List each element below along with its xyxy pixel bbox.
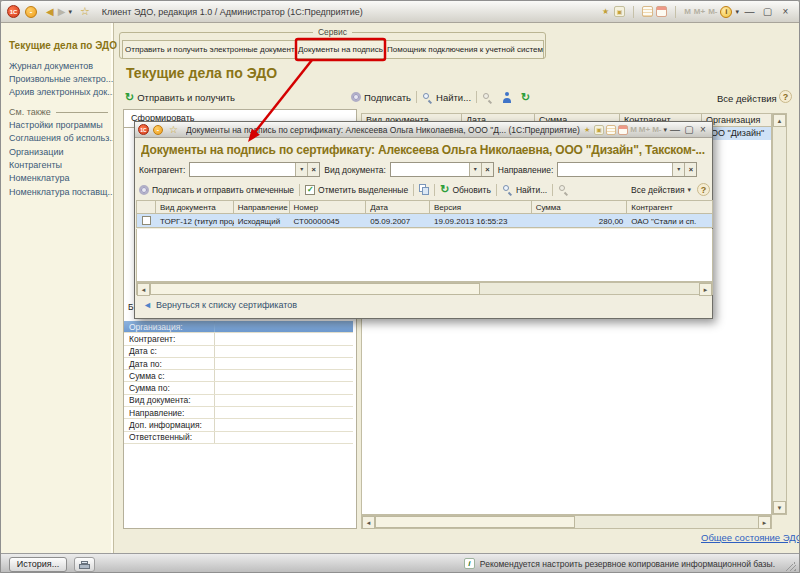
sidebar-item-counterparties[interactable]: Контрагенты	[9, 160, 113, 170]
service-caret-icon[interactable]: ▾	[735, 8, 739, 16]
filter-row[interactable]: Вид документа:	[124, 395, 353, 407]
sidebar-item-arbitrary-docs[interactable]: Произвольные электро...	[9, 74, 113, 84]
find-button[interactable]: Найти...	[422, 92, 471, 103]
refresh-list-icon[interactable]: ↻	[521, 92, 530, 103]
tab-documents-to-sign[interactable]: Документы на подпись	[295, 40, 385, 59]
row-checkbox[interactable]	[142, 216, 151, 225]
sidebar-item-agreements[interactable]: Соглашения об использ...	[9, 133, 113, 143]
clear-icon[interactable]: ×	[684, 163, 696, 176]
filter-row[interactable]: Ответственный:	[124, 432, 353, 444]
memory-mplus-label: M+	[694, 7, 705, 16]
copy-icon[interactable]	[419, 184, 429, 195]
column-header[interactable]: Версия	[430, 201, 532, 213]
vertical-scrollbar[interactable]: ▲ ▼	[772, 113, 787, 515]
favorites-add-icon[interactable]: ★	[582, 125, 592, 135]
dialog-caret-icon[interactable]: ▾	[663, 126, 667, 134]
filter-row[interactable]: Дата с:	[124, 346, 353, 358]
back-icon[interactable]: ◀	[46, 6, 54, 17]
resize-grip[interactable]	[786, 561, 796, 571]
scroll-down-icon[interactable]: ▼	[773, 501, 786, 514]
print-button[interactable]	[74, 557, 95, 572]
favorites-star-icon[interactable]: ☆	[80, 5, 90, 18]
dropdown-icon[interactable]: ▾	[295, 163, 307, 176]
sidebar-item-nomenclature[interactable]: Номенклатура	[9, 173, 113, 183]
sign-send-button[interactable]: Подписать и отправить отмеченные	[139, 185, 294, 195]
dialog-table-body[interactable]	[136, 229, 713, 282]
back-to-certificates-link[interactable]: ◄ Вернуться к списку сертификатов	[143, 300, 297, 310]
direction-combo[interactable]: ▾ ×	[557, 162, 697, 177]
counterparty-combo[interactable]: ▾ ×	[189, 162, 320, 177]
doc-type-combo[interactable]: ▾ ×	[390, 162, 494, 177]
calculator-icon[interactable]	[606, 125, 616, 135]
mark-selected-button[interactable]: Отметить выделенные	[305, 185, 408, 195]
history-caret-icon[interactable]: ▾	[68, 8, 72, 16]
close-button[interactable]: ×	[778, 6, 793, 17]
responsible-person-icon[interactable]	[502, 92, 511, 103]
clear-icon[interactable]: ×	[481, 163, 493, 176]
calendar-icon[interactable]	[618, 125, 628, 135]
column-header[interactable]: Направление	[234, 201, 290, 213]
open-window-icon[interactable]: ▣	[594, 125, 604, 135]
filter-row[interactable]: Контрагент:	[124, 333, 353, 345]
send-receive-button[interactable]: ↻ Отправить и получить	[125, 92, 235, 103]
maximize-button[interactable]: ▢	[760, 6, 775, 17]
sidebar-item-settings[interactable]: Настройки программы	[9, 120, 113, 130]
document-row[interactable]: ТОРГ-12 (титул прод... Исходящий СТ00000…	[136, 214, 713, 228]
edo-status-link[interactable]: Общее состояние ЭДО	[701, 532, 800, 543]
history-button[interactable]: История...	[9, 557, 67, 572]
horizontal-scrollbar[interactable]: ◄ ►	[361, 515, 772, 529]
refresh-button[interactable]: ↻Обновить	[440, 184, 491, 195]
column-header[interactable]: Вид документа	[156, 201, 234, 213]
main-menu-icon[interactable]: -	[25, 6, 37, 18]
scroll-left-icon[interactable]: ◄	[137, 283, 150, 296]
filter-row[interactable]: Сумма с:	[124, 370, 353, 382]
tab-send-receive[interactable]: Отправить и получить электронные докумен…	[122, 40, 296, 59]
dropdown-icon[interactable]: ▾	[672, 163, 684, 176]
column-header[interactable]: Дата	[366, 201, 430, 213]
filter-row[interactable]: Организация:	[124, 321, 353, 333]
calculator-icon[interactable]	[642, 6, 653, 17]
filter-row[interactable]: Доп. информация:	[124, 419, 353, 431]
filter-row[interactable]: Сумма по:	[124, 382, 353, 394]
dialog-star-icon[interactable]: ☆	[169, 124, 178, 135]
open-window-icon[interactable]: ▣	[614, 6, 625, 17]
all-actions-dialog[interactable]: Все действия▾	[631, 185, 691, 195]
clear-search-icon[interactable]	[482, 92, 493, 103]
dialog-help-button[interactable]: ?	[697, 183, 710, 196]
forward-icon[interactable]: ▶	[58, 6, 66, 17]
dialog-maximize-button[interactable]: ▢	[683, 124, 695, 135]
sidebar-item-supplier-nomenclature[interactable]: Номенклатура поставщ...	[9, 187, 113, 197]
calendar-icon[interactable]	[656, 6, 667, 17]
1c-logo-icon: 1С	[7, 5, 20, 18]
dropdown-icon[interactable]: ▾	[469, 163, 481, 176]
memory-mminus-label: M-	[708, 7, 717, 16]
scroll-up-icon[interactable]: ▲	[773, 114, 786, 127]
dialog-menu-icon[interactable]: -	[153, 125, 163, 135]
dialog-close-button[interactable]: ×	[697, 124, 709, 135]
quick-filter-grid: Организация: Контрагент: Дата с: Дата по…	[124, 321, 353, 444]
clear-search-icon[interactable]	[558, 184, 569, 195]
info-icon[interactable]: i	[720, 6, 732, 18]
sidebar-item-journal[interactable]: Журнал документов	[9, 61, 113, 71]
sidebar-item-archive[interactable]: Архив электронных док...	[9, 87, 113, 97]
dialog-find-button[interactable]: Найти...	[502, 184, 547, 195]
scroll-right-icon[interactable]: ►	[699, 283, 712, 296]
column-header[interactable]: Сумма	[532, 201, 628, 213]
scroll-left-icon[interactable]: ◄	[362, 516, 375, 529]
sign-button[interactable]: Подписать	[351, 92, 411, 103]
scroll-right-icon[interactable]: ►	[758, 516, 771, 529]
help-button[interactable]: ?	[779, 90, 792, 103]
dialog-horizontal-scrollbar[interactable]: ◄ ►	[136, 282, 713, 295]
filter-row[interactable]: Направление:	[124, 407, 353, 419]
status-info-icon[interactable]: i	[464, 558, 475, 569]
all-actions-main[interactable]: Все действия▾	[717, 93, 783, 104]
favorites-add-icon[interactable]: ★	[600, 6, 611, 17]
column-header[interactable]: Номер	[290, 201, 367, 213]
sidebar-item-organizations[interactable]: Организации	[9, 147, 113, 157]
dialog-minimize-button[interactable]: —	[669, 124, 681, 135]
filter-row[interactable]: Дата по:	[124, 358, 353, 370]
column-header[interactable]: Контрагент	[627, 201, 712, 213]
minimize-button[interactable]: —	[742, 6, 757, 17]
clear-icon[interactable]: ×	[307, 163, 319, 176]
tab-connection-assistant[interactable]: Помощник подключения к учетной системе	[384, 40, 544, 59]
